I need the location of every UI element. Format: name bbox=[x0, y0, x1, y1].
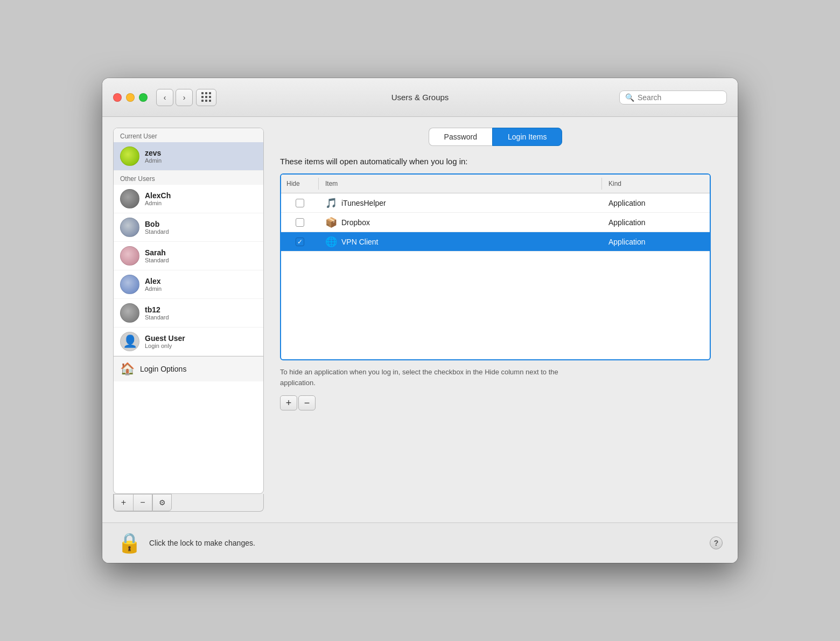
nav-buttons: ‹ › bbox=[156, 89, 193, 106]
add-user-button[interactable]: + bbox=[114, 494, 133, 511]
content-area: Current User zevs Admin Other Users Alex… bbox=[102, 117, 738, 522]
col-header-item: Item bbox=[319, 178, 602, 190]
itunes-icon: 🎵 bbox=[325, 197, 337, 209]
user-role-alex: Admin bbox=[145, 285, 162, 292]
user-info-alexch: AlexCh Admin bbox=[145, 191, 171, 206]
house-icon: 🏠 bbox=[120, 362, 135, 376]
sidebar-item-zevs[interactable]: zevs Admin bbox=[114, 142, 263, 171]
sidebar-list: Current User zevs Admin Other Users Alex… bbox=[113, 128, 264, 494]
main-window: ‹ › Users & Groups 🔍 Current User bbox=[102, 78, 738, 563]
remove-item-button[interactable]: − bbox=[298, 395, 316, 410]
maximize-button[interactable] bbox=[139, 93, 148, 102]
user-name-sarah: Sarah bbox=[145, 248, 169, 257]
add-icon: + bbox=[286, 398, 292, 408]
user-name-bob: Bob bbox=[145, 220, 169, 228]
bottom-bar: 🔒 Click the lock to make changes. ? bbox=[102, 522, 738, 563]
row-item-itunes: 🎵 iTunesHelper bbox=[319, 195, 602, 211]
other-users-label: Other Users bbox=[114, 171, 263, 185]
help-icon: ? bbox=[714, 539, 719, 547]
user-info-alex: Alex Admin bbox=[145, 277, 162, 292]
col-header-hide: Hide bbox=[281, 178, 319, 190]
search-input[interactable] bbox=[638, 93, 721, 102]
table-empty-area bbox=[281, 252, 710, 359]
gear-button[interactable]: ⚙ bbox=[152, 494, 172, 511]
col-header-kind: Kind bbox=[602, 178, 710, 190]
user-info-bob: Bob Standard bbox=[145, 220, 169, 235]
login-items-description: These items will open automatically when… bbox=[280, 157, 711, 166]
table-row[interactable]: 📦 Dropbox Application bbox=[281, 213, 710, 232]
user-name-tb12: tb12 bbox=[145, 305, 169, 314]
search-bar[interactable]: 🔍 bbox=[619, 90, 727, 104]
user-role-zevs: Admin bbox=[145, 157, 162, 164]
dropbox-icon: 📦 bbox=[325, 217, 337, 228]
tab-password[interactable]: Password bbox=[429, 128, 492, 146]
sidebar-item-bob[interactable]: Bob Standard bbox=[114, 213, 263, 242]
sidebar-item-alex[interactable]: Alex Admin bbox=[114, 270, 263, 299]
sidebar-item-login-options[interactable]: 🏠 Login Options bbox=[114, 356, 263, 381]
user-role-alexch: Admin bbox=[145, 200, 171, 206]
lock-text: Click the lock to make changes. bbox=[149, 539, 255, 547]
remove-icon: − bbox=[140, 498, 145, 507]
remove-icon: − bbox=[304, 398, 310, 408]
table-row[interactable]: ✓ 🌐 VPN Client Application bbox=[281, 232, 710, 252]
grid-button[interactable] bbox=[196, 89, 216, 106]
avatar-tb12 bbox=[120, 303, 139, 323]
search-icon: 🔍 bbox=[625, 93, 634, 102]
vpn-icon: 🌐 bbox=[325, 236, 337, 248]
row-item-name-dropbox: Dropbox bbox=[341, 218, 370, 227]
grid-icon bbox=[201, 92, 212, 102]
sidebar-controls: + − ⚙ bbox=[113, 494, 264, 512]
titlebar: ‹ › Users & Groups 🔍 bbox=[102, 78, 738, 117]
avatar-sarah bbox=[120, 246, 139, 266]
current-user-label: Current User bbox=[114, 128, 263, 142]
user-role-guest: Login only bbox=[145, 343, 185, 349]
user-info-tb12: tb12 Standard bbox=[145, 305, 169, 320]
user-name-zevs: zevs bbox=[145, 149, 162, 157]
user-info-zevs: zevs Admin bbox=[145, 149, 162, 164]
close-button[interactable] bbox=[113, 93, 122, 102]
avatar-bob bbox=[120, 218, 139, 237]
user-name-guest: Guest User bbox=[145, 334, 185, 343]
row-item-name-itunes: iTunesHelper bbox=[341, 199, 386, 207]
hide-checkbox-itunes[interactable] bbox=[296, 199, 304, 207]
back-button[interactable]: ‹ bbox=[156, 89, 173, 106]
row-kind-dropbox: Application bbox=[602, 216, 710, 229]
user-role-tb12: Standard bbox=[145, 314, 169, 320]
user-role-bob: Standard bbox=[145, 228, 169, 235]
lock-button[interactable]: 🔒 bbox=[117, 532, 142, 554]
login-items-table: Hide Item Kind 🎵 iTunesHelper Applicatio… bbox=[280, 173, 711, 360]
avatar-alex bbox=[120, 275, 139, 294]
row-kind-vpn: Application bbox=[602, 235, 710, 248]
row-hide-itunes[interactable] bbox=[281, 197, 319, 210]
user-name-alexch: AlexCh bbox=[145, 191, 171, 200]
row-hide-dropbox[interactable] bbox=[281, 216, 319, 229]
sidebar-item-tb12[interactable]: tb12 Standard bbox=[114, 299, 263, 328]
row-item-dropbox: 📦 Dropbox bbox=[319, 214, 602, 231]
help-button[interactable]: ? bbox=[710, 537, 723, 549]
user-role-sarah: Standard bbox=[145, 257, 169, 263]
user-info-guest: Guest User Login only bbox=[145, 334, 185, 349]
table-header: Hide Item Kind bbox=[281, 175, 710, 193]
lock-icon: 🔒 bbox=[117, 532, 142, 554]
tab-login-items[interactable]: Login Items bbox=[492, 128, 562, 146]
remove-user-button[interactable]: − bbox=[133, 494, 152, 511]
sidebar-item-sarah[interactable]: Sarah Standard bbox=[114, 242, 263, 270]
sidebar-item-guest[interactable]: 👤 Guest User Login only bbox=[114, 328, 263, 356]
forward-icon: › bbox=[183, 93, 186, 102]
tab-bar: Password Login Items bbox=[280, 128, 711, 146]
back-icon: ‹ bbox=[164, 93, 166, 102]
hide-checkbox-dropbox[interactable] bbox=[296, 218, 304, 227]
avatar-zevs bbox=[120, 147, 139, 166]
window-title: Users & Groups bbox=[391, 93, 449, 102]
user-info-sarah: Sarah Standard bbox=[145, 248, 169, 263]
sidebar-item-alexch[interactable]: AlexCh Admin bbox=[114, 185, 263, 213]
login-options-label: Login Options bbox=[140, 365, 186, 373]
table-row[interactable]: 🎵 iTunesHelper Application bbox=[281, 193, 710, 213]
add-item-button[interactable]: + bbox=[280, 395, 297, 410]
forward-button[interactable]: › bbox=[176, 89, 193, 106]
gear-icon: ⚙ bbox=[159, 498, 166, 507]
hide-checkbox-vpn[interactable]: ✓ bbox=[296, 238, 304, 246]
minimize-button[interactable] bbox=[126, 93, 135, 102]
main-panel: Password Login Items These items will op… bbox=[264, 128, 727, 512]
row-hide-vpn[interactable]: ✓ bbox=[281, 235, 319, 248]
